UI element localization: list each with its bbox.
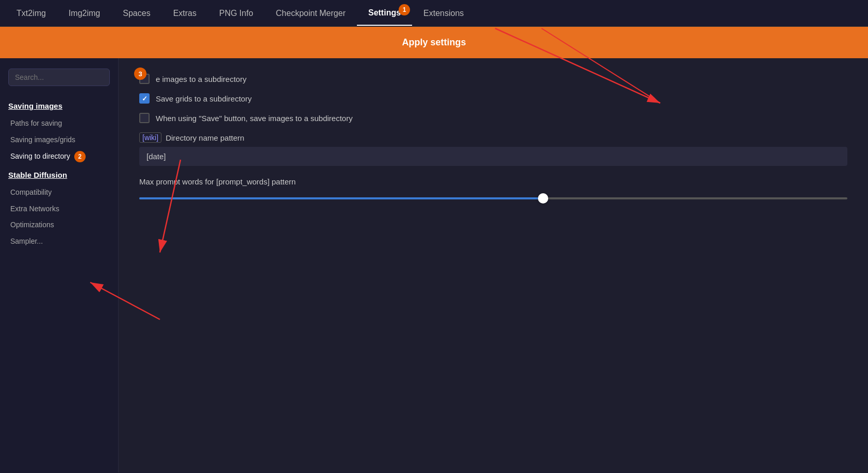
slider-label: Max prompt words for [prompt_words] patt… [139,177,847,186]
dir-pattern-label-row: [wiki] Directory name pattern [139,132,847,143]
option-row-1: 3 e images to a subdirectory [139,74,847,84]
settings-badge: 1 [399,4,410,15]
sidebar-item-sampler[interactable]: Sampler... [8,233,110,250]
slider-container[interactable] [139,193,847,204]
checkbox-badge-3: 3 [139,74,150,84]
tab-settings[interactable]: Settings 1 [357,1,412,26]
sidebar-item-optimizations[interactable]: Optimizations [8,217,110,233]
sidebar-item-extra-networks[interactable]: Extra Networks [8,201,110,217]
dir-pattern-input[interactable] [139,147,847,166]
tab-checkpoint-merger[interactable]: Checkpoint Merger [265,2,357,25]
tab-img2img[interactable]: Img2img [57,2,111,25]
search-input[interactable] [8,69,110,86]
checkbox-label-1: e images to a subdirectory [156,75,247,83]
sidebar: Saving images Paths for saving Saving im… [0,58,119,472]
option-row-3: When using "Save" button, save images to… [139,113,847,123]
wiki-link[interactable]: [wiki] [139,132,161,143]
sidebar-item-saving-images-grids[interactable]: Saving images/grids [8,132,110,148]
top-nav: Txt2img Img2img Spaces Extras PNG Info C… [0,0,868,27]
slider-fill [139,197,543,199]
option-row-2: Save grids to a subdirectory [139,93,847,104]
sidebar-section-stable-diffusion: Stable Diffusion [8,171,110,179]
checkbox-label-2: Save grids to a subdirectory [156,94,252,103]
sidebar-item-saving-to-directory[interactable]: Saving to directory 2 [8,148,110,165]
slider-thumb[interactable] [538,193,548,204]
checkbox-label-3: When using "Save" button, save images to… [156,114,353,123]
dir-pattern-label: Directory name pattern [166,133,244,142]
apply-settings-button[interactable]: Apply settings [0,27,868,58]
tab-txt2img[interactable]: Txt2img [5,2,57,25]
tab-extras[interactable]: Extras [162,2,208,25]
tab-png-info[interactable]: PNG Info [208,2,265,25]
tab-spaces[interactable]: Spaces [111,2,161,25]
sidebar-item-compatibility[interactable]: Compatibility [8,184,110,201]
annotation-badge-3: 3 [134,67,146,80]
sidebar-badge-2: 2 [74,151,86,162]
sidebar-item-paths-for-saving[interactable]: Paths for saving [8,115,110,132]
checkbox-save-grids-subdir[interactable] [139,93,150,104]
content-area: 3 e images to a subdirectory Save grids … [119,58,868,472]
sidebar-section-saving-images: Saving images [8,102,110,110]
main-layout: Saving images Paths for saving Saving im… [0,58,868,472]
tab-extensions[interactable]: Extensions [412,2,475,25]
checkbox-save-button-subdir[interactable] [139,113,150,123]
